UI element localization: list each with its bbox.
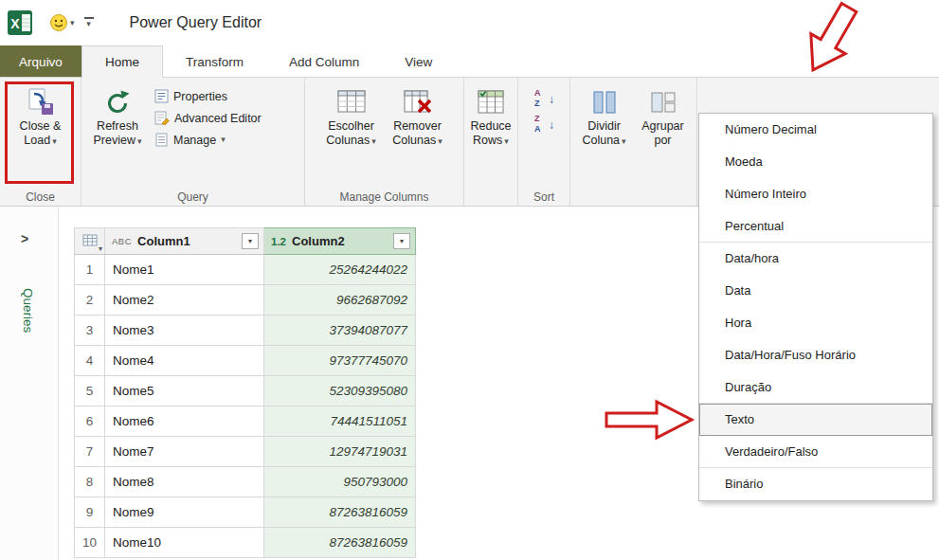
menu-item-binario[interactable]: Binário	[699, 468, 932, 500]
row-number-cell[interactable]: 3	[75, 316, 105, 346]
properties-label: Properties	[173, 90, 227, 103]
menu-item-duracao[interactable]: Duração	[699, 371, 932, 404]
column2-cell[interactable]: 87263816059	[264, 497, 416, 528]
dropdown-caret-icon: ▾	[137, 136, 142, 146]
close-load-label-line1: Close &	[20, 119, 62, 134]
column1-cell[interactable]: Nome10	[105, 528, 264, 558]
dropdown-caret-icon: ▾	[248, 238, 252, 245]
properties-button[interactable]: Properties	[154, 89, 262, 103]
tab-transform[interactable]: Transform	[163, 45, 266, 78]
properties-icon	[154, 89, 169, 103]
dropdown-caret-icon: ▾	[70, 19, 75, 27]
refresh-label-line1: Refresh	[97, 119, 138, 134]
column2-cell[interactable]: 9662687092	[264, 285, 416, 316]
row-number-cell[interactable]: 10	[75, 528, 105, 558]
group-label-manage-columns: Manage Columns	[305, 190, 463, 204]
row-number-cell[interactable]: 7	[75, 437, 105, 467]
column2-filter-button[interactable]: ▾	[393, 233, 410, 249]
row-number-cell[interactable]: 5	[75, 376, 105, 406]
smiley-icon	[49, 13, 68, 32]
menu-item-percentual[interactable]: Percentual	[699, 210, 932, 243]
column1-cell[interactable]: Nome6	[105, 406, 264, 437]
group-label-sort: Sort	[518, 190, 569, 204]
menu-item-data-hora[interactable]: Data/hora	[699, 243, 932, 275]
table-row: 8 Nome8 950793000	[75, 467, 416, 497]
manage-button[interactable]: Manage ▾	[154, 133, 262, 147]
column2-cell[interactable]: 87263816059	[264, 528, 416, 558]
row-number-cell[interactable]: 2	[75, 285, 105, 316]
reduce-rows-button[interactable]: Reduce Rows▾	[467, 81, 515, 148]
menu-item-data[interactable]: Data	[699, 275, 932, 307]
split-column-button[interactable]: Dividir Coluna▾	[575, 81, 634, 148]
excel-icon: X	[8, 10, 32, 35]
choose-columns-line2: Colunas	[326, 134, 370, 147]
menu-item-moeda[interactable]: Moeda	[699, 146, 932, 178]
advanced-editor-button[interactable]: Advanced Editor	[154, 111, 262, 125]
column2-cell[interactable]: 950793000	[264, 467, 416, 497]
column1-cell[interactable]: Nome4	[105, 346, 264, 376]
column1-cell[interactable]: Nome8	[105, 467, 264, 497]
row-number-cell[interactable]: 8	[75, 467, 105, 497]
table-row: 3 Nome3 37394087077	[75, 316, 416, 346]
menu-item-verdadeiro-falso[interactable]: Verdadeiro/Falso	[699, 436, 932, 468]
choose-columns-button[interactable]: Escolher Colunas▾	[318, 81, 385, 148]
sort-ascending-button[interactable]: A Z ↓	[533, 89, 555, 110]
column1-filter-button[interactable]: ▾	[242, 233, 259, 249]
advanced-editor-label: Advanced Editor	[174, 112, 262, 125]
column2-cell[interactable]: 74441511051	[264, 406, 416, 437]
manage-label: Manage	[173, 134, 216, 147]
smiley-feedback-button[interactable]: ▾	[49, 13, 75, 32]
column2-cell[interactable]: 97377745070	[264, 346, 416, 376]
row-number-cell[interactable]: 9	[75, 497, 105, 528]
tab-home[interactable]: Home	[81, 45, 163, 78]
close-and-load-button[interactable]: Close & Load▾	[8, 81, 74, 148]
column1-cell[interactable]: Nome3	[105, 316, 264, 346]
column1-cell[interactable]: Nome2	[105, 285, 264, 316]
customize-toolbar-button[interactable]: ▾	[84, 17, 94, 28]
column1-cell[interactable]: Nome5	[105, 376, 264, 406]
column1-cell[interactable]: Nome7	[105, 437, 264, 467]
menu-item-texto[interactable]: Texto	[699, 404, 932, 436]
expand-pane-button[interactable]: >	[21, 231, 28, 246]
column2-cell[interactable]: 12974719031	[264, 437, 416, 467]
row-number-cell[interactable]: 6	[75, 406, 105, 437]
dropdown-caret-icon: ▾	[504, 136, 509, 146]
row-number-cell[interactable]: 4	[75, 346, 105, 376]
queries-pane: > Queries	[0, 207, 59, 560]
menu-item-numero-inteiro[interactable]: Número Inteiro	[699, 178, 932, 210]
table-row: 6 Nome6 74441511051	[75, 406, 416, 437]
column2-cell[interactable]: 52309395080	[264, 376, 416, 406]
column2-cell[interactable]: 25264244022	[264, 255, 416, 285]
row-number-cell[interactable]: 1	[75, 255, 105, 285]
menu-item-numero-decimal[interactable]: Número Decimal	[699, 114, 932, 146]
split-column-line2: Coluna	[582, 134, 620, 147]
select-all-header[interactable]: ▾	[75, 228, 105, 255]
reduce-rows-icon	[477, 85, 505, 119]
table-row: 9 Nome9 87263816059	[75, 497, 416, 528]
sort-descending-button[interactable]: Z A ↓	[533, 115, 555, 135]
tab-add-column[interactable]: Add Column	[266, 45, 382, 78]
group-by-button[interactable]: Agrupar por	[634, 81, 693, 148]
sort-letter-z: Z	[534, 115, 540, 123]
remove-columns-line1: Remover	[393, 119, 442, 134]
table-row: 1 Nome1 25264244022	[75, 255, 416, 285]
dropdown-caret-icon: ▾	[99, 244, 102, 253]
tab-arquivo[interactable]: Arquivo	[0, 45, 81, 78]
group-by-line1: Agrupar	[641, 119, 683, 134]
menu-item-hora[interactable]: Hora	[699, 307, 932, 339]
ribbon-group-reduce-rows: Reduce Rows▾	[464, 78, 518, 206]
column1-cell[interactable]: Nome1	[105, 255, 264, 285]
column2-cell[interactable]: 37394087077	[264, 316, 416, 346]
window-title: Power Query Editor	[130, 14, 262, 31]
table-row: 2 Nome2 9662687092	[75, 285, 416, 316]
menu-item-data-hora-fuso-horario[interactable]: Data/Hora/Fuso Horário	[699, 339, 932, 371]
header-row: ▾ ABC Column1 ▾ 1.2 Column2 ▾	[75, 228, 416, 255]
tab-view[interactable]: View	[382, 45, 455, 78]
refresh-preview-button[interactable]: Refresh Preview▾	[84, 81, 151, 148]
remove-columns-button[interactable]: Remover Colunas▾	[385, 81, 451, 148]
column1-cell[interactable]: Nome9	[105, 497, 264, 528]
column1-header[interactable]: ABC Column1 ▾	[105, 228, 264, 255]
column2-header[interactable]: 1.2 Column2 ▾	[264, 228, 416, 255]
dropdown-caret-icon: ▾	[622, 136, 626, 146]
dropdown-caret-icon: ▾	[438, 136, 442, 146]
